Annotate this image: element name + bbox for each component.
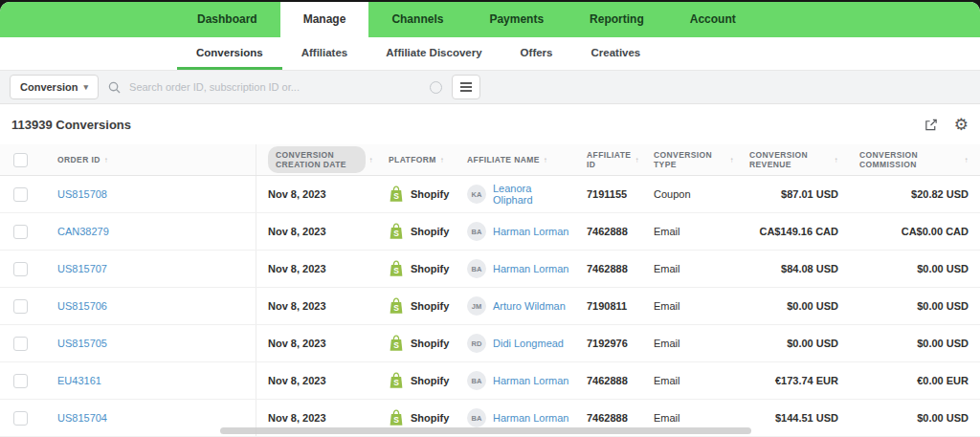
nav-tab-account[interactable]: Account bbox=[667, 2, 759, 37]
platform-name: Shopify bbox=[411, 375, 449, 386]
settings-button[interactable]: ⚙ bbox=[954, 117, 969, 133]
conversions-count: 113939 Conversions bbox=[11, 118, 131, 132]
order-id-link[interactable]: US815707 bbox=[57, 263, 107, 274]
table-row: EU43161 Nov 8, 2023 S Shopify BA Harman … bbox=[0, 362, 980, 400]
column-label: CONVERSION TYPE bbox=[654, 150, 726, 169]
export-button[interactable] bbox=[924, 118, 939, 132]
platform-cell: S Shopify bbox=[381, 213, 459, 250]
select-all-checkbox[interactable] bbox=[13, 153, 28, 167]
column-header-affid[interactable]: AFFILIATE ID ↑ bbox=[579, 144, 646, 175]
conversion-commission-cell: CA$0.00 CAD bbox=[852, 213, 980, 250]
affiliate-name-link[interactable]: Harman Lorman bbox=[493, 226, 568, 237]
column-label: CONVERSION CREATION DATE bbox=[268, 146, 366, 173]
column-header-platform[interactable]: PLATFORM ↑ bbox=[381, 144, 459, 175]
order-id-cell: US815705 bbox=[40, 325, 256, 361]
affiliate-id: 7462888 bbox=[587, 226, 628, 237]
subnav-tab-affiliates[interactable]: Affiliates bbox=[282, 37, 368, 70]
nav-tab-dashboard[interactable]: Dashboard bbox=[174, 2, 280, 37]
subnav-tab-creatives[interactable]: Creatives bbox=[571, 37, 659, 70]
affiliate-name-link[interactable]: Arturo Wildman bbox=[493, 300, 566, 312]
conversion-date-cell: Nov 8, 2023 bbox=[256, 176, 381, 212]
filter-list-button[interactable] bbox=[452, 75, 480, 99]
platform-name: Shopify bbox=[411, 263, 449, 274]
affiliate-id-cell: 7462888 bbox=[579, 251, 646, 287]
nav-tab-label: Reporting bbox=[590, 12, 644, 26]
column-label: CONVERSION REVENUE bbox=[749, 150, 831, 169]
affiliate-id-cell: 7462888 bbox=[579, 213, 646, 250]
conversion-type-cell: Email bbox=[646, 325, 742, 361]
conversion-commission: $0.00 USD bbox=[917, 338, 969, 349]
nav-tab-manage[interactable]: Manage bbox=[280, 2, 369, 37]
order-id-link[interactable]: US815706 bbox=[57, 300, 107, 312]
sort-arrow-icon: ↑ bbox=[965, 156, 969, 164]
table-body: US815708 Nov 8, 2023 S Shopify KA Leanor… bbox=[0, 176, 980, 437]
order-id-link[interactable]: EU43161 bbox=[57, 375, 101, 386]
row-checkbox-cell bbox=[0, 288, 40, 324]
order-id-link[interactable]: US815704 bbox=[57, 412, 107, 424]
platform-name: Shopify bbox=[411, 338, 449, 349]
secondary-nav-tabs: Conversions Affiliates Affiliate Discove… bbox=[177, 37, 659, 70]
conversion-revenue-cell: $144.51 USD bbox=[742, 400, 852, 436]
row-checkbox[interactable] bbox=[13, 262, 28, 276]
table-row: US815707 Nov 8, 2023 S Shopify BA Harman… bbox=[0, 251, 980, 288]
row-checkbox-cell bbox=[0, 251, 40, 287]
affiliate-name-cell: BA Harman Lorman bbox=[459, 362, 579, 399]
table-row: US815705 Nov 8, 2023 S Shopify RD Didi L… bbox=[0, 325, 980, 362]
conversion-commission: $20.82 USD bbox=[911, 188, 969, 200]
order-id-link[interactable]: CAN38279 bbox=[57, 226, 109, 237]
affiliate-name-link[interactable]: Leanora Oliphard bbox=[493, 183, 571, 206]
affiliate-id: 7191155 bbox=[587, 188, 627, 200]
subnav-tab-conversions[interactable]: Conversions bbox=[177, 37, 282, 70]
column-header-com[interactable]: CONVERSION COMMISSION ↑ bbox=[852, 144, 980, 175]
affiliate-name-link[interactable]: Harman Lorman bbox=[493, 375, 568, 386]
subnav-tab-affiliate-discovery[interactable]: Affiliate Discovery bbox=[367, 37, 501, 70]
column-header-name[interactable]: AFFILIATE NAME ↑ bbox=[459, 144, 579, 175]
platform-name: Shopify bbox=[411, 412, 449, 424]
search-input[interactable] bbox=[127, 80, 423, 94]
row-checkbox[interactable] bbox=[13, 299, 28, 314]
column-header-type[interactable]: CONVERSION TYPE ↑ bbox=[646, 144, 742, 175]
platform-cell: S Shopify bbox=[381, 325, 459, 361]
column-header-date[interactable]: CONVERSION CREATION DATE ↑ bbox=[256, 144, 381, 175]
row-checkbox-cell bbox=[0, 400, 40, 436]
nav-tab-reporting[interactable]: Reporting bbox=[567, 2, 667, 37]
affiliate-name-link[interactable]: Harman Lorman bbox=[493, 412, 568, 424]
affiliate-name-link[interactable]: Didi Longmead bbox=[493, 338, 564, 349]
search-box bbox=[108, 80, 442, 94]
svg-text:S: S bbox=[393, 266, 399, 275]
row-checkbox[interactable] bbox=[13, 411, 28, 426]
svg-text:S: S bbox=[393, 340, 399, 350]
conversion-type: Email bbox=[654, 412, 680, 424]
order-id-link[interactable]: US815708 bbox=[57, 188, 107, 200]
svg-text:S: S bbox=[393, 229, 399, 238]
row-checkbox[interactable] bbox=[13, 187, 28, 202]
shopify-icon: S bbox=[389, 260, 404, 277]
conversion-type-cell: Email bbox=[646, 288, 742, 324]
affiliate-id-cell: 7191155 bbox=[579, 176, 646, 212]
row-checkbox[interactable] bbox=[13, 374, 28, 388]
conversion-type-dropdown[interactable]: Conversion ▾ bbox=[10, 75, 99, 99]
order-id-cell: US815708 bbox=[40, 176, 256, 212]
conversion-date-cell: Nov 8, 2023 bbox=[256, 288, 381, 324]
sort-arrow-icon: ↑ bbox=[440, 156, 444, 164]
platform-cell: S Shopify bbox=[381, 251, 459, 287]
row-checkbox[interactable] bbox=[13, 225, 28, 239]
row-checkbox[interactable] bbox=[13, 337, 28, 351]
horizontal-scrollbar[interactable] bbox=[220, 427, 751, 434]
nav-tab-channels[interactable]: Channels bbox=[368, 2, 466, 37]
conversion-date: Nov 8, 2023 bbox=[268, 263, 326, 274]
conversion-revenue-cell: $0.00 USD bbox=[742, 325, 852, 361]
shopify-icon: S bbox=[389, 372, 404, 389]
column-header-order[interactable]: ORDER ID ↑ bbox=[40, 144, 256, 175]
gear-icon: ⚙ bbox=[954, 116, 969, 134]
conversion-type: Email bbox=[654, 300, 680, 312]
affiliate-name-link[interactable]: Harman Lorman bbox=[493, 263, 568, 274]
sort-arrow-icon: ↑ bbox=[104, 156, 108, 164]
column-header-rev[interactable]: CONVERSION REVENUE ↑ bbox=[742, 144, 852, 175]
subnav-tab-offers[interactable]: Offers bbox=[501, 37, 572, 70]
chevron-down-icon: ▾ bbox=[84, 82, 89, 92]
conversion-commission-cell: $0.00 USD bbox=[852, 288, 980, 324]
conversion-commission: €0.00 EUR bbox=[917, 375, 969, 386]
order-id-link[interactable]: US815705 bbox=[57, 338, 107, 349]
nav-tab-payments[interactable]: Payments bbox=[466, 2, 567, 37]
